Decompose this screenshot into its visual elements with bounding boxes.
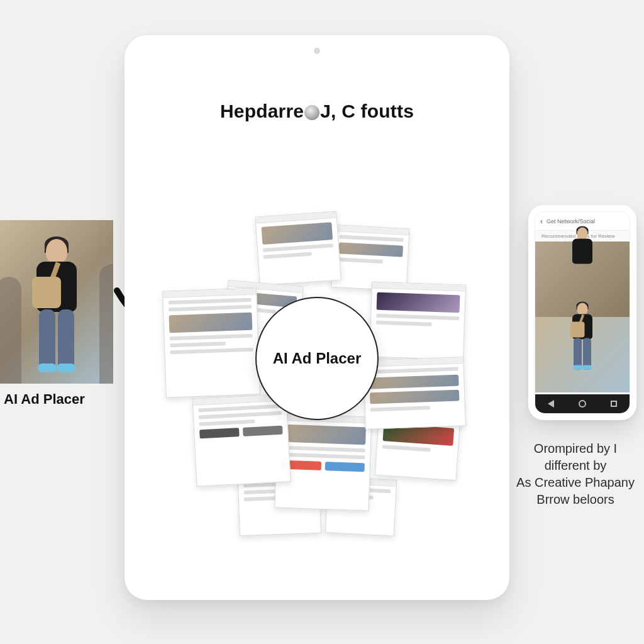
phone-feed-image-2	[535, 317, 630, 392]
source-label: AI Ad Placer	[0, 391, 113, 408]
tablet-screen: HepdarreJ, C foutts AI Ad Placer	[141, 63, 493, 581]
tablet-camera-icon	[314, 48, 320, 54]
nav-back-icon[interactable]	[548, 400, 554, 408]
caption-line: As Creative Phapany	[509, 474, 641, 491]
caption-line: Brrow beloors	[509, 491, 641, 508]
phone-topbar-text: Get Network/Social	[547, 218, 595, 225]
caption-line: Orompired by I	[509, 440, 641, 457]
phone-nav-bar	[535, 394, 630, 413]
source-block: AI Ad Placer	[0, 220, 113, 408]
webpage-collage: AI Ad Placer	[169, 226, 465, 522]
tablet-device: HepdarreJ, C foutts AI Ad Placer	[125, 35, 509, 600]
caption-line: different by	[509, 457, 641, 474]
chevron-left-icon: ‹	[540, 217, 543, 226]
heading-left: Hepdarre	[220, 101, 304, 121]
heading-right: J, C foutts	[320, 101, 414, 121]
globe-icon	[304, 105, 319, 120]
nav-home-icon[interactable]	[579, 400, 586, 408]
nav-recent-icon[interactable]	[611, 401, 617, 407]
phone-caption: Orompired by I different by As Creative …	[509, 440, 641, 508]
center-label: AI Ad Placer	[273, 350, 362, 367]
center-circle: AI Ad Placer	[255, 297, 379, 420]
source-photo	[0, 220, 113, 384]
phone-screen: ‹ Get Network/Social Recommended Posts f…	[535, 211, 630, 414]
phone-device: ‹ Get Network/Social Recommended Posts f…	[528, 205, 636, 420]
tablet-heading: HepdarreJ, C foutts	[141, 101, 493, 122]
